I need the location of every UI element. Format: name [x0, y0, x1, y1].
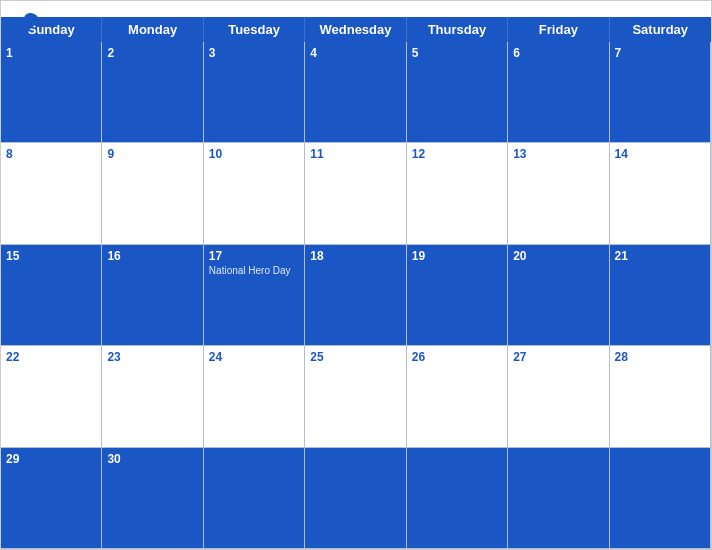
calendar-cell: 20: [508, 245, 609, 346]
calendar-cell: 26: [407, 346, 508, 447]
calendar-cell: 24: [204, 346, 305, 447]
cell-date: 6: [513, 46, 603, 60]
calendar-cell: 29: [1, 448, 102, 549]
cell-date: 18: [310, 249, 400, 263]
day-header-thursday: Thursday: [407, 17, 508, 42]
logo: [17, 11, 41, 38]
calendar-cell: 22: [1, 346, 102, 447]
calendar-cell: 21: [610, 245, 711, 346]
cell-date: 28: [615, 350, 705, 364]
calendar-cell: 27: [508, 346, 609, 447]
cell-date: 2: [107, 46, 197, 60]
cell-date: 4: [310, 46, 400, 60]
cell-date: 23: [107, 350, 197, 364]
day-header-wednesday: Wednesday: [305, 17, 406, 42]
day-header-tuesday: Tuesday: [204, 17, 305, 42]
cell-date: 1: [6, 46, 96, 60]
cell-date: 16: [107, 249, 197, 263]
cell-date: 29: [6, 452, 96, 466]
calendar-grid: 1234567891011121314151617National Hero D…: [1, 42, 711, 549]
days-header: SundayMondayTuesdayWednesdayThursdayFrid…: [1, 17, 711, 42]
calendar-cell: 1: [1, 42, 102, 143]
cell-date: 22: [6, 350, 96, 364]
calendar-cell: 13: [508, 143, 609, 244]
calendar-cell: 12: [407, 143, 508, 244]
calendar-cell: 3: [204, 42, 305, 143]
calendar-cell: 23: [102, 346, 203, 447]
cell-date: 10: [209, 147, 299, 161]
calendar-cell: 17National Hero Day: [204, 245, 305, 346]
cell-date: 20: [513, 249, 603, 263]
day-header-friday: Friday: [508, 17, 609, 42]
calendar-cell: [610, 448, 711, 549]
cell-date: 24: [209, 350, 299, 364]
calendar-cell: 25: [305, 346, 406, 447]
cell-date: 26: [412, 350, 502, 364]
day-header-monday: Monday: [102, 17, 203, 42]
cell-date: 9: [107, 147, 197, 161]
cell-date: 7: [615, 46, 705, 60]
calendar-cell: 8: [1, 143, 102, 244]
calendar-cell: 16: [102, 245, 203, 346]
calendar-cell: 5: [407, 42, 508, 143]
cell-date: 19: [412, 249, 502, 263]
calendar-cell: 10: [204, 143, 305, 244]
calendar-cell: 7: [610, 42, 711, 143]
calendar-cell: [407, 448, 508, 549]
day-header-saturday: Saturday: [610, 17, 711, 42]
cell-date: 15: [6, 249, 96, 263]
logo-bird-icon: [19, 11, 41, 38]
calendar-cell: 6: [508, 42, 609, 143]
cell-date: 12: [412, 147, 502, 161]
calendar-cell: 30: [102, 448, 203, 549]
cell-date: 13: [513, 147, 603, 161]
calendar-cell: 4: [305, 42, 406, 143]
cell-date: 8: [6, 147, 96, 161]
calendar-cell: 15: [1, 245, 102, 346]
cell-date: 25: [310, 350, 400, 364]
calendar-header: [1, 1, 711, 17]
calendar-cell: [305, 448, 406, 549]
calendar-cell: 2: [102, 42, 203, 143]
calendar-cell: [508, 448, 609, 549]
cell-date: 30: [107, 452, 197, 466]
cell-date: 17: [209, 249, 299, 263]
calendar-cell: 19: [407, 245, 508, 346]
calendar-cell: [204, 448, 305, 549]
cell-date: 11: [310, 147, 400, 161]
cell-date: 14: [615, 147, 705, 161]
calendar-cell: 18: [305, 245, 406, 346]
calendar-cell: 14: [610, 143, 711, 244]
cell-event: National Hero Day: [209, 265, 299, 276]
cell-date: 3: [209, 46, 299, 60]
cell-date: 27: [513, 350, 603, 364]
cell-date: 21: [615, 249, 705, 263]
calendar-cell: 9: [102, 143, 203, 244]
calendar: SundayMondayTuesdayWednesdayThursdayFrid…: [0, 0, 712, 550]
calendar-cell: 11: [305, 143, 406, 244]
cell-date: 5: [412, 46, 502, 60]
calendar-cell: 28: [610, 346, 711, 447]
